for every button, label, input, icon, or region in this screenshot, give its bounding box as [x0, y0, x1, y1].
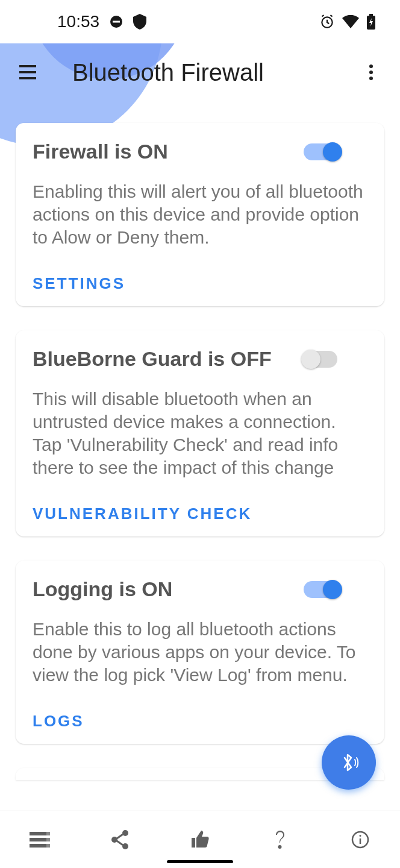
card-logging-title: Logging is ON [33, 577, 172, 601]
svg-point-8 [369, 64, 373, 68]
firewall-toggle[interactable] [304, 143, 337, 160]
info-icon [351, 831, 369, 849]
question-icon [274, 830, 286, 849]
svg-point-20 [278, 845, 281, 849]
nav-info-button[interactable] [346, 825, 375, 854]
card-firewall-desc: Enabling this will alert you of all blue… [33, 180, 367, 249]
card-blueborne-title: BlueBorne Guard is OFF [33, 347, 272, 371]
thumbs-up-icon [190, 831, 210, 849]
logs-link[interactable]: LOGS [33, 712, 84, 731]
card-firewall-title: Firewall is ON [33, 140, 168, 163]
svg-rect-7 [19, 77, 36, 80]
nav-list-button[interactable] [25, 825, 54, 854]
bluetooth-fab[interactable] [322, 735, 376, 790]
card-logging: Logging is ON Enable this to log all blu… [16, 561, 384, 744]
svg-point-9 [369, 71, 373, 74]
status-right [319, 14, 376, 30]
app-title: Bluetooth Firewall [72, 59, 264, 86]
svg-rect-4 [369, 14, 373, 16]
svg-rect-5 [19, 65, 36, 68]
svg-rect-15 [46, 838, 50, 841]
nav-handle[interactable] [167, 860, 233, 863]
nav-like-button[interactable] [186, 825, 214, 854]
status-left: 10:53 [57, 12, 146, 31]
card-blueborne: BlueBorne Guard is OFF This will disable… [16, 330, 384, 536]
list-icon [30, 832, 50, 848]
svg-point-18 [111, 837, 117, 843]
dnd-icon [109, 14, 123, 29]
battery-icon [366, 14, 376, 30]
svg-rect-6 [19, 71, 36, 74]
share-icon [111, 830, 129, 849]
card-firewall: Firewall is ON Enabling this will alert … [16, 123, 384, 306]
blueborne-toggle[interactable] [304, 351, 337, 368]
wifi-icon [342, 15, 359, 28]
privacy-shield-icon [133, 14, 146, 30]
more-button[interactable] [357, 58, 386, 87]
svg-rect-1 [113, 21, 120, 23]
svg-point-17 [122, 830, 128, 836]
status-time: 10:53 [57, 12, 99, 31]
bluetooth-broadcast-icon [337, 750, 361, 775]
status-bar: 10:53 [0, 0, 400, 43]
menu-button[interactable] [14, 58, 43, 87]
bottom-nav [0, 810, 400, 868]
svg-point-19 [122, 843, 128, 849]
app-bar: Bluetooth Firewall [0, 43, 400, 101]
card-logging-desc: Enable this to log all bluetooth actions… [33, 618, 367, 687]
nav-share-button[interactable] [105, 825, 134, 854]
svg-point-10 [369, 77, 373, 80]
more-vert-icon [369, 64, 373, 81]
hamburger-icon [19, 65, 39, 80]
content-scroll[interactable]: Firewall is ON Enabling this will alert … [0, 101, 400, 810]
logging-toggle[interactable] [304, 581, 337, 598]
settings-link[interactable]: SETTINGS [33, 274, 125, 293]
svg-point-23 [359, 835, 361, 837]
nav-help-button[interactable] [266, 825, 295, 854]
card-blueborne-desc: This will disable bluetooth when an untr… [33, 388, 367, 479]
svg-rect-16 [46, 844, 50, 848]
alarm-icon [319, 14, 335, 30]
svg-rect-14 [46, 832, 50, 835]
vulnerability-check-link[interactable]: VULNERABILITY CHECK [33, 505, 252, 523]
